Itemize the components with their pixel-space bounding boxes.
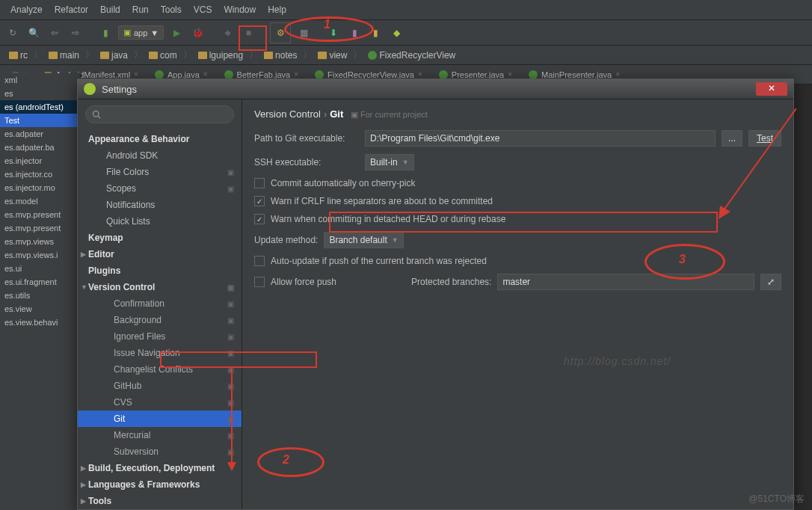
forward-icon[interactable]: ⇨ bbox=[67, 25, 84, 41]
hammer-icon[interactable]: ▮ bbox=[97, 25, 114, 41]
crumb-main[interactable]: main bbox=[46, 49, 82, 61]
git-path-input[interactable] bbox=[365, 130, 716, 147]
menu-vcs[interactable]: VCS bbox=[189, 3, 217, 16]
auto-update-checkbox[interactable] bbox=[254, 256, 265, 266]
test-button[interactable]: Test bbox=[748, 130, 781, 147]
force-push-checkbox[interactable] bbox=[254, 277, 265, 287]
detached-checkbox[interactable]: ✓ bbox=[254, 214, 265, 224]
nav-version-control[interactable]: ▼Version Control▣ bbox=[78, 279, 242, 295]
nav-editor[interactable]: ▶Editor bbox=[78, 246, 242, 262]
project-item[interactable]: xml bbox=[0, 73, 80, 87]
update-method-select[interactable]: Branch default▼ bbox=[324, 232, 403, 248]
crumb-class[interactable]: FixedRecyclerView bbox=[365, 49, 458, 61]
project-item[interactable]: es.adpater bbox=[0, 127, 80, 141]
close-button[interactable]: ✕ bbox=[756, 82, 787, 96]
stop-icon[interactable]: ■ bbox=[240, 25, 256, 41]
project-item[interactable]: es.model bbox=[0, 194, 80, 208]
nav-changelist-conflicts[interactable]: Changelist Conflicts▣ bbox=[78, 361, 242, 378]
project-item[interactable]: es.mvp.views bbox=[0, 235, 80, 248]
nav-build-execution-deployment[interactable]: ▶Build, Execution, Deployment bbox=[78, 460, 242, 476]
nav-cvs[interactable]: CVS▣ bbox=[78, 394, 242, 411]
nav-background[interactable]: Background▣ bbox=[78, 312, 242, 328]
crlf-checkbox[interactable]: ✓ bbox=[254, 196, 265, 206]
project-item[interactable]: es.mvp.present bbox=[0, 221, 80, 235]
project-item[interactable]: es.ui.fragment bbox=[0, 275, 80, 289]
close-icon[interactable]: × bbox=[615, 70, 620, 79]
menu-help[interactable]: Help bbox=[263, 3, 291, 16]
nav-quick-lists[interactable]: Quick Lists bbox=[78, 213, 242, 230]
nav-github[interactable]: GitHub▣ bbox=[78, 378, 242, 394]
project-item[interactable]: es (androidTest) bbox=[0, 100, 80, 114]
close-icon[interactable]: × bbox=[294, 70, 298, 79]
project-item[interactable]: es.injector.mo bbox=[0, 181, 80, 194]
nav-keymap[interactable]: Keymap bbox=[78, 230, 242, 246]
close-icon[interactable]: × bbox=[418, 70, 422, 79]
nav-tools[interactable]: ▶Tools bbox=[78, 493, 242, 509]
crumb-com[interactable]: com bbox=[146, 49, 180, 61]
project-item[interactable]: es.injector.co bbox=[0, 168, 80, 181]
menu-refactor[interactable]: Refactor bbox=[50, 3, 93, 16]
menu-build[interactable]: Build bbox=[96, 3, 125, 16]
nav-scopes[interactable]: Scopes▣ bbox=[78, 180, 242, 197]
settings-search[interactable] bbox=[85, 105, 234, 123]
nav-confirmation[interactable]: Confirmation▣ bbox=[78, 295, 242, 312]
crumb-rc[interactable]: rc bbox=[6, 49, 31, 61]
android-icon[interactable]: ◆ bbox=[388, 25, 405, 41]
project-item[interactable]: Test bbox=[0, 114, 80, 127]
ssh-select[interactable]: Built-in▼ bbox=[365, 154, 414, 170]
menu-tools[interactable]: Tools bbox=[156, 3, 186, 16]
menu-analyze[interactable]: Analyze bbox=[6, 3, 47, 16]
nav-appearance-behavior[interactable]: Appearance & Behavior bbox=[78, 131, 242, 147]
crumb-view[interactable]: view bbox=[315, 49, 350, 61]
back-icon[interactable]: ⇦ bbox=[46, 25, 63, 41]
nav-issue-navigation[interactable]: Issue Navigation▣ bbox=[78, 345, 242, 361]
structure-icon[interactable]: ▦ bbox=[295, 25, 312, 41]
browse-button[interactable]: ... bbox=[722, 130, 742, 147]
arrow-icon: ▼ bbox=[81, 283, 87, 291]
menu-window[interactable]: Window bbox=[219, 3, 260, 16]
crumb-java[interactable]: java bbox=[97, 49, 131, 61]
debug-icon[interactable]: 🐞 bbox=[189, 25, 206, 41]
menu-run[interactable]: Run bbox=[128, 3, 153, 16]
project-item[interactable]: es.utils bbox=[0, 289, 80, 302]
nav-notifications[interactable]: Notifications bbox=[78, 197, 242, 213]
project-item[interactable]: es bbox=[0, 87, 80, 100]
nav-git[interactable]: Git▣ bbox=[78, 411, 242, 427]
nav-android-sdk[interactable]: Android SDK bbox=[78, 147, 242, 164]
run-icon[interactable]: ▶ bbox=[168, 25, 185, 41]
cherry-pick-checkbox[interactable] bbox=[254, 178, 265, 188]
project-item[interactable]: es.ui bbox=[0, 262, 80, 275]
search-icon[interactable]: 🔍 bbox=[25, 25, 42, 41]
crlf-label: Warn if CRLF line separators are about t… bbox=[271, 196, 493, 206]
close-icon[interactable]: × bbox=[134, 70, 138, 79]
project-item[interactable]: es.injector bbox=[0, 154, 80, 168]
crumb-notes[interactable]: notes bbox=[261, 49, 300, 61]
project-item[interactable]: es.view bbox=[0, 302, 80, 316]
nav-ignored-files[interactable]: Ignored Files▣ bbox=[78, 328, 242, 345]
protected-input[interactable] bbox=[497, 274, 754, 290]
sync-icon[interactable]: ↻ bbox=[4, 25, 21, 41]
run-config-combo[interactable]: ▣ app ▼ bbox=[118, 25, 164, 40]
close-icon[interactable]: × bbox=[203, 70, 208, 79]
nav-label: File Colors bbox=[106, 167, 149, 177]
attach-icon[interactable]: ⎆ bbox=[219, 25, 236, 41]
monitor-icon[interactable]: ▮ bbox=[367, 25, 384, 41]
project-item[interactable]: es.mvp.views.i bbox=[0, 248, 80, 262]
nav-mercurial[interactable]: Mercurial▣ bbox=[78, 427, 242, 443]
settings-button[interactable]: ⚙ bbox=[270, 22, 291, 43]
crumb-lguipeng[interactable]: lguipeng bbox=[195, 49, 246, 61]
expand-button[interactable]: ⤢ bbox=[760, 274, 781, 290]
folder-icon bbox=[264, 52, 273, 59]
close-icon[interactable]: × bbox=[508, 70, 512, 79]
avd-manager-icon[interactable]: ▮ bbox=[346, 25, 363, 41]
nav-file-colors[interactable]: File Colors▣ bbox=[78, 164, 242, 180]
project-item[interactable]: es.view.behavi bbox=[0, 316, 80, 329]
sdk-manager-icon[interactable]: ⬇ bbox=[325, 25, 342, 41]
nav-languages-frameworks[interactable]: ▶Languages & Frameworks bbox=[78, 476, 242, 493]
for-project-badge: ▣ For current project bbox=[351, 110, 428, 119]
nav-subversion[interactable]: Subversion▣ bbox=[78, 443, 242, 460]
chevron-down-icon: ▼ bbox=[402, 159, 409, 166]
project-item[interactable]: es.mvp.present bbox=[0, 208, 80, 221]
nav-plugins[interactable]: Plugins bbox=[78, 262, 242, 279]
project-item[interactable]: es.adpater.ba bbox=[0, 141, 80, 154]
